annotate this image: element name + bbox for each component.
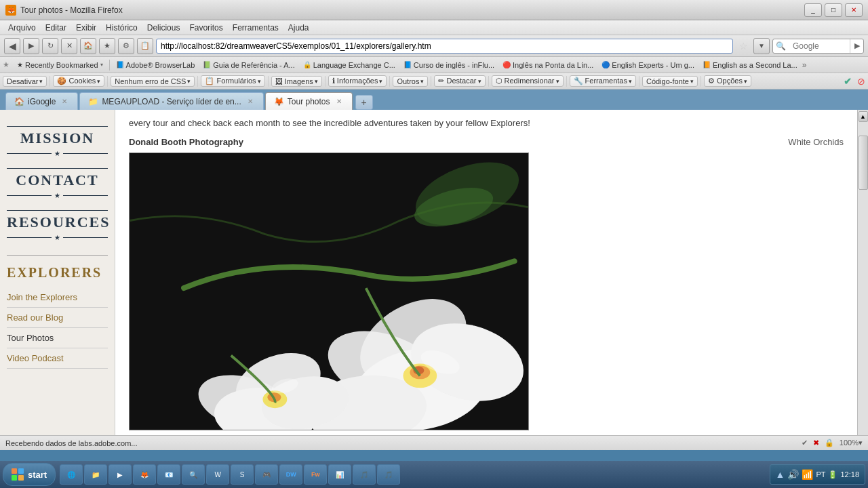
bookmark-recently[interactable]: ★ Recently Bookmarked ▾ xyxy=(14,60,106,70)
nav-contact[interactable]: CONTACT ★ xyxy=(7,168,108,199)
tray-icon-1[interactable]: ▲ xyxy=(776,469,785,480)
taskbar-dw[interactable]: DW xyxy=(279,464,302,485)
maximize-button[interactable]: □ xyxy=(825,3,842,17)
search-submit[interactable]: ▶ xyxy=(850,39,863,53)
search-input[interactable] xyxy=(789,41,850,51)
addon-informacoes[interactable]: ℹ Informações▾ xyxy=(328,75,387,87)
bookmark-page-button[interactable]: ★ xyxy=(99,38,115,54)
bookmark-lang[interactable]: 🔒 Language Exchange C... xyxy=(300,60,399,70)
back-button[interactable]: ◀ xyxy=(4,38,20,54)
tab-tour-photos[interactable]: 🦊 Tour photos ✕ xyxy=(265,92,353,110)
taskbar-firefox[interactable]: 🦊 xyxy=(133,464,156,485)
start-label: start xyxy=(28,470,47,480)
tabs-bar: 🏠 iGoogle ✕ 📁 MEGAUPLOAD - Serviço líder… xyxy=(0,89,868,110)
bookmark-english-second[interactable]: 📙 English as a Second La... xyxy=(699,60,801,70)
address-bar: ◀ ▶ ↻ ✕ 🏠 ★ ⚙ 📋 ☆ ▼ 🔍 ▶ xyxy=(0,35,868,57)
status-bar: Recebendo dados de labs.adobe.com... ✔ ✖… xyxy=(0,435,868,450)
nav-resources[interactable]: RESOURCES ★ xyxy=(7,210,108,241)
tab-igoogle-label: iGoogle xyxy=(28,97,56,106)
taskbar-dw-icon: DW xyxy=(285,469,296,480)
bookmark-guia[interactable]: 📗 Guia de Referência - A... xyxy=(199,60,298,70)
menu-exibir[interactable]: Exibir xyxy=(72,22,100,34)
page-content-area: MISSION ★ CONTACT ★ xyxy=(0,110,868,435)
history-button[interactable]: 📋 xyxy=(137,38,153,54)
link-read-blog[interactable]: Read our Blog xyxy=(7,308,108,328)
menu-ferramentas[interactable]: Ferramentas xyxy=(229,22,283,34)
addon-imagens[interactable]: 🖼 Imagens▾ xyxy=(271,76,322,87)
bookmark-ingles-ponta[interactable]: 🔴 Inglês na Ponta da Lín... xyxy=(499,60,597,70)
url-input[interactable] xyxy=(156,39,733,54)
taskbar-app12[interactable]: 🎵 xyxy=(353,464,376,485)
addon-desativar[interactable]: Desativar▾ xyxy=(3,76,47,87)
tab-igoogle-close[interactable]: ✕ xyxy=(60,97,69,106)
tab-megaupload-favicon: 📁 xyxy=(88,97,98,106)
new-tab-button[interactable]: + xyxy=(355,95,373,110)
forward-button[interactable]: ▶ xyxy=(23,38,39,54)
system-clock: 12:18 xyxy=(840,470,859,479)
content-body-text: every tour and check back each month to … xyxy=(129,117,844,130)
zoom-control[interactable]: 100%▾ xyxy=(840,439,863,447)
taskbar-media[interactable]: ▶ xyxy=(108,464,132,485)
tab-tour-close[interactable]: ✕ xyxy=(334,97,344,106)
addon-opcoes[interactable]: ⚙ Opções▾ xyxy=(704,75,751,87)
favorite-star[interactable]: ☆ xyxy=(736,39,751,54)
nav-mission[interactable]: MISSION ★ xyxy=(7,126,108,157)
menu-historico[interactable]: Histórico xyxy=(102,22,142,34)
scrollbar-thumb[interactable] xyxy=(859,136,868,190)
taskbar-app8-icon: 🎮 xyxy=(261,469,272,480)
tray-icon-lang[interactable]: PT xyxy=(816,470,825,479)
menu-ajuda[interactable]: Ajuda xyxy=(284,22,313,34)
tab-megaupload-close[interactable]: ✕ xyxy=(245,97,255,106)
reload-button[interactable]: ↻ xyxy=(42,38,58,54)
close-button[interactable]: ✕ xyxy=(845,3,863,17)
photo-credit-row: Donald Booth Photography White Orchids xyxy=(129,137,844,147)
scrollbar-track[interactable]: ▲ xyxy=(857,110,868,435)
tray-battery[interactable]: 🔋 xyxy=(828,470,837,479)
taskbar-word[interactable]: W xyxy=(206,464,229,485)
minimize-button[interactable]: _ xyxy=(804,3,822,17)
start-button[interactable]: start xyxy=(3,463,56,486)
addon-codigo[interactable]: Código-fonte▾ xyxy=(642,76,698,87)
taskbar-media-icon: ▶ xyxy=(115,469,125,480)
taskbar-search[interactable]: 🔍 xyxy=(182,464,205,485)
home-button[interactable]: 🏠 xyxy=(80,38,96,54)
taskbar-search-icon: 🔍 xyxy=(188,469,199,480)
taskbar-ie-icon: 🌐 xyxy=(66,469,77,480)
taskbar-firefox-icon: 🦊 xyxy=(139,469,150,480)
taskbar-app10[interactable]: Fw xyxy=(304,464,327,485)
link-video-podcast[interactable]: Video Podcast xyxy=(7,348,108,369)
addon-outros[interactable]: Outros▾ xyxy=(393,76,428,87)
addon-destacar[interactable]: ✏ Destacar▾ xyxy=(434,75,485,87)
addon-ferramentas[interactable]: 🔧 Ferramentas▾ xyxy=(570,75,636,87)
tools-button[interactable]: ⚙ xyxy=(118,38,134,54)
taskbar-skype-icon: S xyxy=(237,469,248,480)
taskbar-app13[interactable]: 🎵 xyxy=(377,464,400,485)
menu-delicious[interactable]: Delicious xyxy=(143,22,184,34)
tab-igoogle[interactable]: 🏠 iGoogle ✕ xyxy=(5,92,78,110)
bookmark-curso[interactable]: 📘 Curso de inglês - inFlu... xyxy=(400,60,498,70)
stop-button[interactable]: ✕ xyxy=(61,38,77,54)
addon-redimensionar[interactable]: ⬡ Redimensionar▾ xyxy=(492,75,564,87)
taskbar-app11[interactable]: 📊 xyxy=(328,464,351,485)
addon-formularios[interactable]: 📋 Formulários▾ xyxy=(201,75,264,87)
tab-megaupload[interactable]: 📁 MEGAUPLOAD - Serviço líder de en... ✕ xyxy=(79,92,263,110)
addon-css[interactable]: Nenhum erro de CSS▾ xyxy=(111,76,195,87)
tray-icon-2[interactable]: 🔊 xyxy=(787,469,799,480)
tray-icon-network[interactable]: 📶 xyxy=(802,469,813,480)
taskbar-explorer[interactable]: 📁 xyxy=(84,464,107,485)
menu-editar[interactable]: Editar xyxy=(41,22,71,34)
menu-favoritos[interactable]: Favoritos xyxy=(185,22,226,34)
addon-cookies[interactable]: 🍪 Cookies▾ xyxy=(53,75,104,87)
nav-mission-star: ★ xyxy=(54,150,60,157)
menu-arquivo[interactable]: Arquivo xyxy=(4,22,40,34)
taskbar-app8[interactable]: 🎮 xyxy=(255,464,278,485)
link-join-explorers[interactable]: Join the Explorers xyxy=(7,287,108,308)
bookmark-english-experts[interactable]: 🔵 English Experts - Um g... xyxy=(598,60,698,70)
taskbar-email[interactable]: 📧 xyxy=(157,464,180,485)
bookmark-adobelab[interactable]: 📘 Adobe® BrowserLab xyxy=(113,60,199,70)
taskbar-skype[interactable]: S xyxy=(231,464,254,485)
taskbar-ie[interactable]: 🌐 xyxy=(60,464,83,485)
status-lock-icon: 🔒 xyxy=(825,439,834,447)
star-extra[interactable]: ▼ xyxy=(753,38,770,54)
addon-bar: Desativar▾ 🍪 Cookies▾ Nenhum erro de CSS… xyxy=(0,73,868,89)
